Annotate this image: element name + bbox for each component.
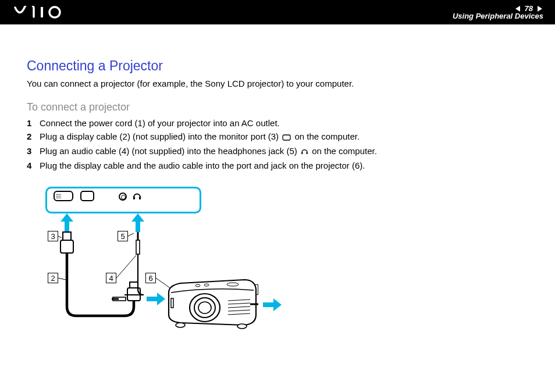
step-number: 1 — [27, 118, 40, 128]
svg-rect-8 — [63, 232, 71, 240]
headphones-icon — [301, 147, 308, 157]
svg-point-23 — [198, 302, 211, 313]
breadcrumb: Using Peripheral Devices — [453, 12, 543, 20]
step-text: Plug a display cable (2) (not supplied) … — [40, 131, 535, 142]
svg-line-15 — [58, 236, 62, 238]
svg-point-1 — [49, 7, 60, 17]
steps-list: 1 Connect the power cord (1) of your pro… — [27, 118, 535, 170]
svg-rect-14 — [112, 298, 119, 300]
step-item: 4 Plug the display cable and the audio c… — [27, 161, 535, 170]
svg-point-26 — [237, 324, 247, 329]
svg-rect-7 — [61, 240, 73, 253]
next-page-arrow-icon[interactable] — [536, 5, 543, 12]
step-number: 4 — [27, 161, 40, 170]
svg-point-29 — [227, 283, 239, 286]
svg-rect-24 — [171, 298, 173, 308]
projector-illustration — [163, 275, 262, 336]
page-header: 78 Using Peripheral Devices — [0, 0, 555, 24]
step-text: Connect the power cord (1) of your proje… — [40, 118, 535, 128]
svg-rect-4 — [306, 152, 307, 155]
header-right: 78 Using Peripheral Devices — [453, 4, 543, 20]
svg-rect-2 — [283, 135, 290, 140]
step-text: Plug the display cable and the audio cab… — [40, 161, 535, 170]
arrow-right-icon — [263, 298, 282, 313]
svg-rect-11 — [136, 240, 140, 254]
intro-paragraph: You can connect a projector (for example… — [27, 79, 535, 88]
svg-line-18 — [116, 255, 136, 278]
monitor-port-icon — [282, 133, 291, 142]
page-content: Connecting a Projector You can connect a… — [0, 24, 555, 347]
svg-point-28 — [204, 284, 209, 286]
svg-rect-3 — [301, 152, 303, 155]
step-item: 3 Plug an audio cable (4) (not supplied)… — [27, 146, 535, 157]
svg-point-25 — [176, 323, 185, 327]
svg-rect-10 — [130, 282, 138, 288]
vaio-logo — [14, 6, 72, 19]
step-number: 3 — [27, 146, 40, 156]
svg-rect-0 — [41, 7, 43, 17]
svg-line-16 — [128, 233, 134, 236]
connection-diagram: ●●●●●●●●●●●●●●● 3 5 2 4 6 1 — [43, 184, 287, 347]
step-item: 2 Plug a display cable (2) (not supplied… — [27, 131, 535, 142]
page-title: Connecting a Projector — [27, 58, 535, 74]
prev-page-arrow-icon[interactable] — [514, 5, 521, 12]
step-item: 1 Connect the power cord (1) of your pro… — [27, 118, 535, 128]
step-text: Plug an audio cable (4) (not supplied) i… — [40, 146, 535, 157]
svg-rect-12 — [137, 232, 139, 240]
svg-line-17 — [58, 278, 66, 280]
step-number: 2 — [27, 131, 40, 141]
svg-point-27 — [195, 284, 200, 287]
section-subtitle: To connect a projector — [27, 101, 535, 113]
